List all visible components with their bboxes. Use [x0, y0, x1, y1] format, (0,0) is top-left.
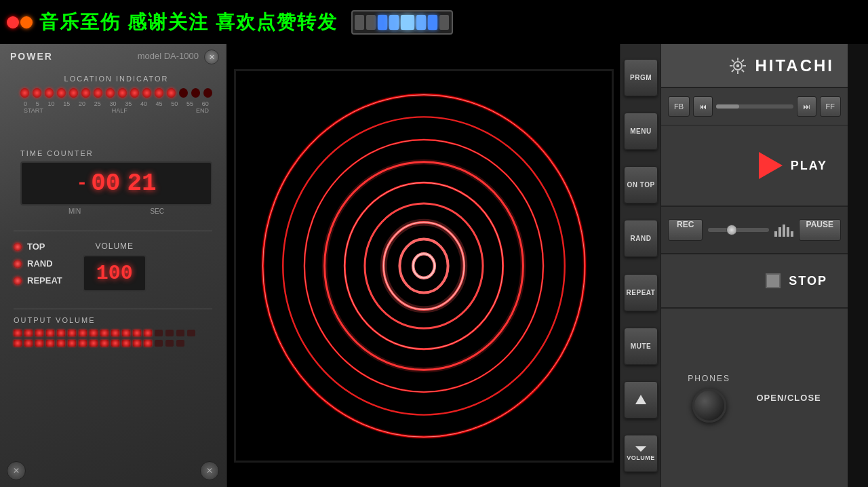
topbar-text: 音乐至伤 感谢关注 喜欢点赞转发 — [39, 9, 338, 35]
rand-button[interactable]: RAND — [14, 258, 62, 269]
output-led-row-1 — [14, 330, 212, 336]
indicator-bar — [355, 15, 449, 30]
hitachi-logo: HITACHI — [728, 56, 834, 76]
fb-button[interactable]: FB — [668, 96, 690, 117]
power-label: POWER — [10, 51, 53, 62]
rec-slider-thumb[interactable] — [726, 225, 737, 235]
out-led — [100, 330, 108, 336]
top-button[interactable]: TOP — [14, 241, 62, 252]
play-section: PLAY — [661, 125, 848, 207]
rand-side-button[interactable]: RAND — [624, 220, 658, 257]
location-section: LOCATION INDICATOR 05101520 — [20, 75, 212, 114]
out-led — [122, 330, 130, 336]
ind-seg — [439, 15, 449, 30]
time-minutes: 00 — [91, 170, 120, 197]
phones-knob[interactable] — [692, 389, 726, 423]
on-top-button[interactable]: ON TOP — [624, 166, 658, 203]
out-led-dim — [165, 340, 174, 347]
out-led-dim — [165, 330, 174, 336]
rec-bar — [791, 231, 793, 237]
svg-point-18 — [417, 258, 431, 273]
out-led — [14, 330, 22, 336]
ind-seg — [355, 15, 364, 30]
stop-button[interactable]: STOP — [766, 273, 827, 288]
out-led-dim — [155, 330, 163, 336]
hitachi-brand-text: HITACHI — [755, 56, 834, 75]
sec-label: SEC — [150, 208, 164, 215]
open-close-button[interactable]: OPEN/CLOSE — [756, 393, 821, 403]
corner-button-right[interactable]: ✕ — [200, 461, 219, 480]
prgm-button[interactable]: PRGM — [624, 59, 658, 96]
ind-seg — [366, 15, 376, 30]
repeat-dot — [14, 277, 22, 285]
out-led — [144, 340, 152, 347]
time-sublabels: MIN SEC — [20, 208, 212, 215]
volume-label: VOLUME — [95, 241, 134, 251]
out-led — [111, 330, 119, 336]
rec-bar — [774, 231, 777, 237]
volume-down-button[interactable]: VOLUME — [624, 435, 658, 472]
controls-section: TOP RAND REPEAT VOLUME 100 — [14, 231, 212, 292]
rand-dot — [14, 260, 22, 268]
volume-section: VOLUME 100 — [83, 241, 146, 292]
mute-button[interactable]: MUTE — [624, 328, 658, 365]
hitachi-header: HITACHI — [661, 44, 848, 88]
vol-up-button[interactable] — [624, 381, 658, 418]
phones-section: PHONES OPEN/CLOSE — [661, 309, 848, 487]
time-counter-label: TIME COUNTER — [20, 149, 212, 157]
svg-line-30 — [732, 69, 734, 71]
play-button[interactable]: PLAY — [759, 152, 827, 179]
ff-button[interactable]: FF — [820, 96, 841, 117]
ind-seg-active — [389, 15, 399, 30]
status-circles — [7, 16, 33, 28]
right-buttons-panel: PRGM MENU ON TOP RAND REPEAT MUTE VOLUME — [620, 44, 661, 487]
svg-marker-19 — [635, 395, 646, 404]
stop-label: STOP — [789, 274, 827, 288]
far-right-panel: HITACHI FB ⏮ ⏭ FF PLAY REC — [661, 44, 848, 487]
repeat-side-button[interactable]: REPEAT — [624, 274, 658, 311]
top-bar: 音乐至伤 感谢关注 喜欢点赞转发 — [0, 0, 868, 44]
out-led — [90, 330, 98, 336]
out-led — [122, 340, 130, 347]
stop-icon — [766, 273, 781, 288]
loc-led-15 — [191, 88, 200, 98]
rec-bar — [778, 227, 781, 237]
rec-button[interactable]: REC — [668, 219, 703, 241]
out-led — [46, 340, 54, 347]
out-led — [35, 330, 43, 336]
svg-marker-20 — [635, 446, 646, 452]
loc-led-10 — [130, 88, 139, 98]
loc-led-12 — [155, 88, 163, 98]
repeat-button[interactable]: REPEAT — [14, 275, 62, 286]
out-led-dim — [155, 340, 163, 347]
transport-track — [716, 104, 793, 109]
model-label: model DA-1000 — [138, 51, 199, 61]
topbar-indicator — [351, 10, 453, 35]
pause-button[interactable]: PAUSE — [799, 219, 841, 241]
output-led-row-2 — [14, 340, 212, 347]
loc-led-13 — [167, 88, 176, 98]
viz-container — [234, 69, 614, 463]
phones-label: PHONES — [688, 374, 730, 383]
loc-led-5 — [69, 88, 78, 98]
loc-led-1 — [20, 88, 29, 98]
loc-led-7 — [94, 88, 102, 98]
location-labels: STARTHALFEND — [20, 107, 212, 114]
repeat-label: REPEAT — [27, 275, 62, 286]
loc-led-11 — [142, 88, 151, 98]
rewind-button[interactable]: ⏮ — [693, 96, 713, 117]
svg-line-29 — [742, 60, 744, 62]
out-led — [68, 340, 76, 347]
rec-slider[interactable] — [708, 228, 768, 232]
corner-button-left[interactable]: ✕ — [7, 461, 26, 480]
rec-bar — [787, 227, 789, 237]
close-button-left[interactable]: ✕ — [204, 50, 219, 64]
out-led — [46, 330, 54, 336]
menu-button[interactable]: MENU — [624, 113, 658, 150]
phones-column: PHONES — [688, 374, 730, 423]
loc-led-9 — [118, 88, 127, 98]
volume-display: 100 — [83, 255, 146, 292]
fast-forward-button[interactable]: ⏭ — [797, 96, 816, 117]
out-led — [133, 330, 141, 336]
out-led — [90, 340, 98, 347]
